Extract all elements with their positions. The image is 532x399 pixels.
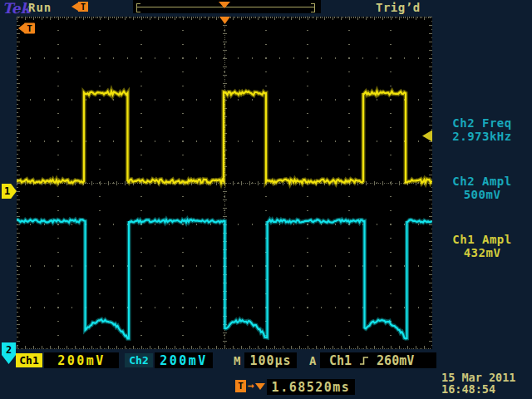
ch2-waveform-trace: [17, 219, 432, 338]
ch1-scale-readout: 200mV: [44, 352, 119, 368]
time-readout: 16:48:54: [441, 382, 495, 396]
ch1-marker-label: 1: [4, 185, 10, 197]
graticule-t-icon-label: T: [27, 23, 32, 34]
ch2-scale-readout: 200mV: [155, 352, 213, 368]
trigger-level-arrow-icon: [422, 131, 432, 142]
trigger-delay-readout: 1.68520ms: [267, 379, 355, 395]
measurement-label: Ch2 Freq: [436, 117, 529, 131]
trigger-level: 260mV: [377, 353, 414, 368]
trigger-status: Trig’d: [376, 1, 421, 14]
ch2-badge: Ch2: [125, 353, 153, 367]
trigger-badge: A: [309, 354, 316, 367]
waveform-display: T: [17, 17, 432, 349]
record-view-right-bracket-icon: [311, 3, 315, 12]
trigger-position-left-arrow-icon: [71, 2, 78, 11]
oscilloscope-screen: Tek Run T Trig’d T 1 2 Ch2 Freq 2.973kHz…: [0, 0, 532, 399]
ch1-badge: Ch1: [16, 353, 42, 367]
measurement-ch2-ampl: Ch2 Ampl 500mV: [436, 175, 529, 201]
trigger-position-marker-icon: [219, 17, 230, 24]
delay-triangle-icon: [255, 383, 265, 390]
measurement-ch2-freq: Ch2 Freq 2.973kHz: [436, 117, 529, 143]
acquisition-status: Run: [28, 1, 52, 14]
ch1-waveform-trace: [17, 91, 432, 184]
ch2-marker-label: 2: [6, 344, 12, 364]
trigger-position-t-icon: T: [78, 2, 88, 12]
rising-edge-icon: [359, 355, 369, 367]
graticule: T: [17, 17, 432, 349]
horizontal-badge: M: [234, 354, 240, 367]
measurement-value: 2.973kHz: [436, 131, 529, 144]
measurement-label: Ch2 Ampl: [436, 175, 529, 189]
trigger-readout: Ch1 260mV: [320, 352, 436, 368]
ch2-ground-marker: 2: [2, 342, 16, 364]
record-trigger-position-icon: [219, 2, 230, 8]
ch1-ground-marker: 1: [2, 184, 17, 199]
measurement-value: 500mV: [436, 189, 529, 202]
horizontal-scale-readout: 100µs: [244, 352, 297, 368]
measurement-value: 432mV: [436, 247, 529, 260]
delay-arrow-icon: →: [248, 379, 254, 392]
record-view-strip: [133, 0, 321, 13]
record-view-left-bracket-icon: [136, 3, 140, 12]
tek-logo: Tek: [2, 0, 30, 17]
delay-t-icon: T: [235, 380, 246, 392]
measurement-label: Ch1 Ampl: [436, 234, 529, 247]
measurement-ch1-ampl: Ch1 Ampl 432mV: [436, 234, 529, 259]
trigger-source: Ch1: [329, 353, 352, 368]
